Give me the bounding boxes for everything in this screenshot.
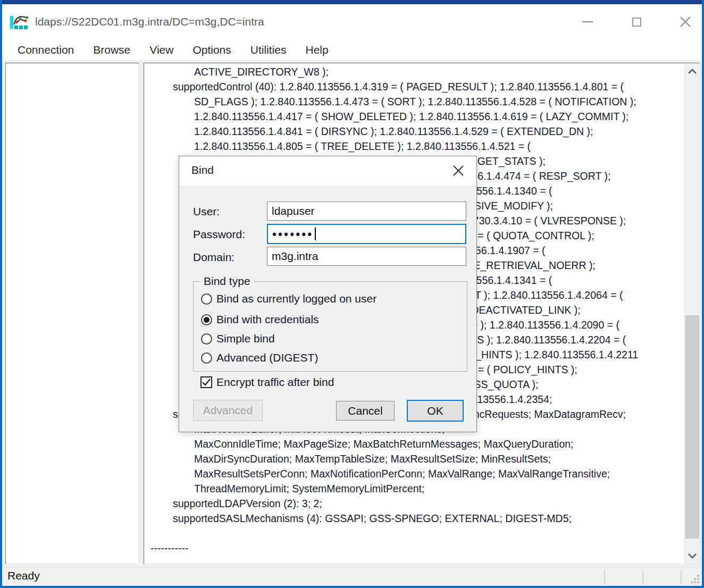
output-line: 1.2.840.113556.1.4.417 = ( SHOW_DELETED …: [144, 109, 683, 124]
output-line: MaxDirSyncDuration; MaxTempTableSize; Ma…: [144, 451, 683, 466]
checkbox-icon: [200, 376, 212, 388]
bind-dialog-titlebar[interactable]: Bind: [179, 156, 476, 186]
close-icon: [680, 16, 691, 28]
dialog-close-button[interactable]: [451, 163, 466, 178]
ok-button[interactable]: OK: [407, 400, 464, 422]
ldp-app-icon: [10, 13, 30, 31]
encrypt-traffic-label: Encrypt traffic after bind: [216, 376, 334, 389]
menu-view[interactable]: View: [141, 41, 181, 58]
radio-icon: [201, 352, 212, 364]
close-icon: [452, 164, 465, 177]
menu-connection[interactable]: Connection: [10, 41, 82, 58]
domain-label: Domain:: [193, 251, 234, 264]
user-input[interactable]: ldapuser: [267, 201, 466, 221]
bind-type-group: Bind type Bind as currently logged on us…: [193, 281, 467, 372]
domain-input[interactable]: m3g.intra: [267, 247, 466, 266]
bind-dialog: Bind User: Password: Domain: ldapuser ••…: [179, 156, 477, 432]
maximize-icon: [632, 18, 641, 27]
output-line: MaxConnIdleTime; MaxPageSize; MaxBatchRe…: [144, 436, 683, 451]
chevron-up-icon: [688, 69, 697, 74]
title-bar[interactable]: ldaps://S22DC01.m3g.intra/DC=m3g,DC=intr…: [2, 4, 702, 39]
vertical-scrollbar[interactable]: [684, 63, 699, 564]
radio-label: Bind with credentials: [216, 313, 319, 326]
bind-dialog-title: Bind: [191, 164, 214, 177]
chevron-down-icon: [688, 553, 697, 559]
maximize-button[interactable]: [630, 15, 643, 29]
output-line: supportedControl (40): 1.2.840.113556.1.…: [144, 79, 683, 94]
output-line: 1.2.840.113556.1.4.805 = ( TREE_DELETE )…: [144, 139, 683, 154]
minimize-button[interactable]: [581, 15, 594, 29]
scroll-down-button[interactable]: [685, 548, 700, 564]
output-line: ThreadMemoryLimit; SystemMemoryLimitPerc…: [144, 481, 683, 496]
radio-label: Simple bind: [216, 332, 275, 345]
window-controls: [581, 4, 692, 39]
domain-value: m3g.intra: [272, 250, 319, 263]
check-icon: [202, 379, 211, 386]
radio-bind-with-credentials[interactable]: Bind with credentials: [201, 312, 319, 327]
output-line: 1.2.840.113556.1.4.841 = ( DIRSYNC ); 1.…: [144, 124, 683, 139]
statusbar-separator: [642, 570, 643, 584]
radio-label: Bind as currently logged on user: [216, 292, 376, 305]
minimize-icon: [582, 21, 593, 22]
output-line: -----------: [144, 541, 683, 556]
menu-bar: Connection Browse View Options Utilities…: [2, 39, 702, 61]
cancel-button[interactable]: Cancel: [336, 401, 395, 421]
radio-advanced-digest[interactable]: Advanced (DIGEST): [201, 350, 318, 365]
statusbar-separator: [681, 570, 682, 584]
output-line: supportedLDAPVersion (2): 3; 2;: [144, 496, 683, 511]
bind-type-legend: Bind type: [200, 275, 254, 288]
radio-icon: [201, 333, 212, 345]
output-line: supportedSASLMechanisms (4): GSSAPI; GSS…: [144, 511, 683, 526]
status-text: Ready: [7, 569, 40, 582]
menu-options[interactable]: Options: [185, 41, 239, 58]
scroll-up-button[interactable]: [685, 63, 700, 79]
screen: ldaps://S22DC01.m3g.intra/DC=m3g,DC=intr…: [0, 0, 704, 588]
menu-help[interactable]: Help: [297, 41, 336, 58]
password-label: Password:: [193, 228, 245, 241]
output-line: MaxResultSetsPerConn; MaxNotificationPer…: [144, 466, 683, 481]
menu-utilities[interactable]: Utilities: [242, 41, 295, 58]
password-input[interactable]: •••••••: [267, 224, 466, 244]
output-line: ACTIVE_DIRECTORY_W8 );: [144, 64, 683, 79]
tree-pane[interactable]: [5, 63, 139, 565]
scrollbar-thumb[interactable]: [685, 315, 699, 539]
window-title: ldaps://S22DC01.m3g.intra/DC=m3g,DC=intr…: [35, 15, 264, 28]
output-line: SD_FLAGS ); 1.2.840.113556.1.4.473 = ( S…: [144, 94, 683, 109]
encrypt-traffic-checkbox[interactable]: Encrypt traffic after bind: [200, 376, 334, 389]
radio-simple-bind[interactable]: Simple bind: [201, 331, 275, 346]
status-bar: Ready: [2, 567, 702, 586]
ldp-window: ldaps://S22DC01.m3g.intra/DC=m3g,DC=intr…: [2, 0, 702, 586]
user-label: User:: [193, 205, 220, 218]
output-line: [144, 526, 683, 541]
radio-icon: [201, 314, 212, 325]
radio-label: Advanced (DIGEST): [216, 351, 318, 364]
password-masked-value: •••••••: [272, 228, 313, 241]
radio-bind-logged-on-user[interactable]: Bind as currently logged on user: [201, 291, 376, 306]
menu-browse[interactable]: Browse: [85, 41, 138, 58]
user-value: ldapuser: [272, 205, 315, 217]
radio-icon: [201, 293, 212, 305]
close-button[interactable]: [678, 15, 692, 29]
text-caret: [315, 228, 316, 240]
resize-grip[interactable]: [690, 574, 700, 584]
advanced-button[interactable]: Advanced: [193, 400, 263, 421]
statusbar-separator: [604, 570, 605, 584]
